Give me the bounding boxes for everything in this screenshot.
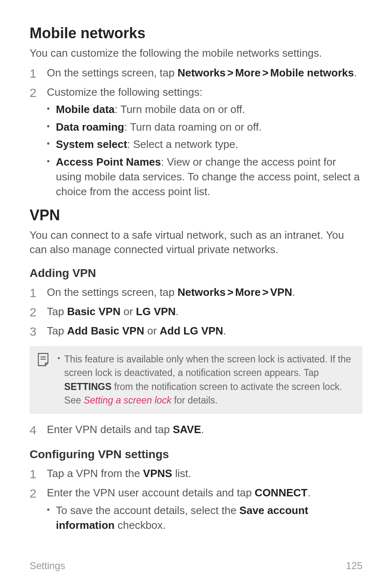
text: On the settings screen, tap — [47, 286, 178, 298]
add-lg-vpn: Add LG VPN — [160, 325, 224, 337]
text: Tap a VPN from the — [47, 467, 143, 480]
path-more: More — [235, 67, 261, 79]
step-body: Tap a VPN from the VPNS list. — [47, 466, 191, 482]
lead-vpn: You can connect to a safe virtual networ… — [30, 228, 362, 257]
note-item: • This feature is available only when th… — [58, 353, 355, 407]
step-number: 2 — [30, 85, 39, 202]
step-number: 2 — [30, 304, 39, 320]
path-more: More — [235, 286, 261, 298]
footer-page-number: 125 — [346, 560, 362, 572]
text: Enter VPN details and tap — [47, 423, 173, 436]
step-body: Enter VPN details and tap SAVE. — [47, 422, 204, 438]
note-box: • This feature is available only when th… — [30, 346, 362, 414]
text: checkbox. — [115, 519, 166, 531]
text: On the settings screen, tap — [47, 67, 178, 79]
step-3: 3 Tap Add Basic VPN or Add LG VPN. — [30, 323, 362, 339]
page-footer: Settings 125 — [30, 560, 362, 572]
text: or — [144, 325, 160, 337]
bullet-icon: • — [47, 137, 51, 150]
lead-mobile-networks: You can customize the following the mobi… — [30, 46, 362, 60]
chevron-right-icon: > — [261, 286, 270, 298]
link-setting-screen-lock[interactable]: Setting a screen lock — [84, 395, 172, 406]
step-number: 1 — [30, 65, 39, 81]
text: . — [354, 67, 357, 79]
step-number: 1 — [30, 466, 39, 482]
bullet-save-account: • To save the account details, select th… — [47, 503, 362, 533]
vpns-keyword: VPNS — [143, 467, 172, 480]
lg-vpn: LG VPN — [136, 305, 176, 318]
text: for details. — [171, 395, 218, 406]
step-number: 2 — [30, 485, 39, 535]
bullet-list: • Mobile data: Turn mobile data on or of… — [47, 102, 362, 199]
chevron-right-icon: > — [261, 67, 270, 79]
text: . — [307, 487, 310, 499]
bullet-icon: • — [47, 154, 51, 168]
bullet-icon: • — [47, 120, 51, 133]
step-body: On the settings screen, tap Networks>Mor… — [47, 65, 357, 81]
label: System select — [56, 138, 127, 150]
steps-mobile-networks: 1 On the settings screen, tap Networks>M… — [30, 65, 362, 202]
text: Customize the following settings: — [47, 86, 203, 98]
chevron-right-icon: > — [226, 67, 235, 79]
path-vpn: VPN — [270, 286, 292, 298]
text: This feature is available only when the … — [64, 354, 351, 378]
text: Enter the VPN user account details and t… — [47, 487, 255, 499]
text: Tap — [47, 325, 67, 337]
basic-vpn: Basic VPN — [67, 305, 120, 318]
bullet-body: Access Point Names: View or change the a… — [56, 154, 362, 199]
bullet-apn: • Access Point Names: View or change the… — [47, 154, 362, 199]
text: Tap — [47, 305, 67, 318]
step-number: 1 — [30, 285, 39, 301]
step-1: 1 On the settings screen, tap Networks>M… — [30, 65, 362, 81]
text: To save the account details, select the — [56, 504, 240, 517]
path-mobile-networks: Mobile networks — [270, 67, 354, 79]
text: . — [176, 305, 179, 318]
chevron-right-icon: > — [226, 286, 235, 298]
path-networks: Networks — [178, 67, 226, 79]
bullet-body: System select: Select a network type. — [56, 137, 238, 152]
text: . — [201, 423, 204, 436]
connect-keyword: CONNECT — [255, 487, 308, 499]
step-2: 2 Customize the following settings: • Mo… — [30, 85, 362, 202]
desc: : Turn data roaming on or off. — [124, 121, 262, 133]
desc: : Select a network type. — [127, 138, 238, 150]
desc: : Turn mobile data on or off. — [115, 103, 245, 115]
step-number: 4 — [30, 422, 39, 438]
steps-configuring-vpn: 1 Tap a VPN from the VPNS list. 2 Enter … — [30, 466, 362, 535]
document-page: Mobile networks You can customize the fo… — [0, 0, 392, 588]
bullet-data-roaming: • Data roaming: Turn data roaming on or … — [47, 120, 362, 134]
step-1: 1 Tap a VPN from the VPNS list. — [30, 466, 362, 482]
text: . — [292, 286, 295, 298]
bullet-body: To save the account details, select the … — [56, 503, 362, 533]
bullet-mobile-data: • Mobile data: Turn mobile data on or of… — [47, 102, 362, 117]
settings-keyword: SETTINGS — [64, 381, 111, 392]
label: Mobile data — [56, 103, 115, 115]
step-1: 1 On the settings screen, tap Networks>M… — [30, 285, 362, 301]
step-body: On the settings screen, tap Networks>Mor… — [47, 285, 295, 301]
step-2: 2 Tap Basic VPN or LG VPN. — [30, 304, 362, 320]
step-body: Customize the following settings: • Mobi… — [47, 85, 362, 202]
step-body: Tap Add Basic VPN or Add LG VPN. — [47, 323, 226, 339]
bullet-icon: • — [47, 102, 51, 115]
label: Data roaming — [56, 121, 124, 133]
steps-adding-vpn-cont: 4 Enter VPN details and tap SAVE. — [30, 422, 362, 438]
subheading-adding-vpn: Adding VPN — [30, 267, 362, 280]
steps-adding-vpn: 1 On the settings screen, tap Networks>M… — [30, 285, 362, 339]
heading-vpn: VPN — [30, 207, 362, 224]
add-basic-vpn: Add Basic VPN — [67, 325, 144, 337]
note-text: This feature is available only when the … — [64, 353, 355, 407]
bullet-icon: • — [47, 503, 51, 516]
note-icon — [37, 353, 51, 368]
bullet-body: Mobile data: Turn mobile data on or off. — [56, 102, 245, 117]
bullet-list: • To save the account details, select th… — [47, 503, 362, 533]
heading-mobile-networks: Mobile networks — [30, 25, 362, 42]
note-list: • This feature is available only when th… — [58, 353, 355, 407]
step-body: Tap Basic VPN or LG VPN. — [47, 304, 179, 320]
step-number: 3 — [30, 323, 39, 339]
step-2: 2 Enter the VPN user account details and… — [30, 485, 362, 535]
text: or — [120, 305, 136, 318]
subheading-configuring-vpn: Configuring VPN settings — [30, 448, 362, 461]
text: . — [223, 325, 226, 337]
footer-section: Settings — [30, 560, 65, 572]
label: Access Point Names — [56, 156, 161, 168]
